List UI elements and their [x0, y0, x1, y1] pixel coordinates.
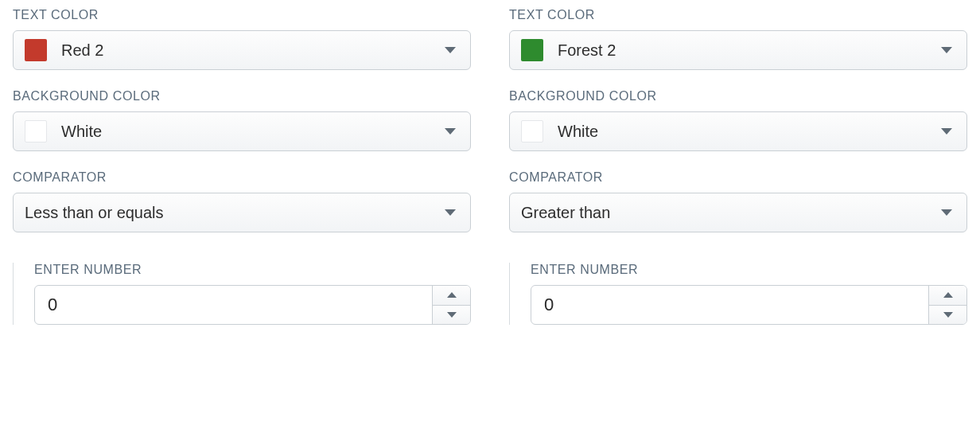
number-input[interactable]: 0	[34, 285, 471, 325]
background-color-select[interactable]: White	[13, 111, 471, 151]
text-color-label: TEXT COLOR	[13, 8, 471, 22]
left-column: TEXT COLOR Red 2 BACKGROUND COLOR White …	[13, 8, 471, 325]
color-swatch-icon	[25, 120, 47, 142]
comparator-field: COMPARATOR Greater than	[509, 170, 967, 232]
background-color-value: White	[61, 123, 445, 141]
background-color-value: White	[558, 123, 941, 141]
number-input[interactable]: 0	[531, 285, 967, 325]
chevron-up-icon	[447, 292, 457, 298]
color-swatch-icon	[521, 120, 543, 142]
background-color-select[interactable]: White	[509, 111, 967, 151]
text-color-select[interactable]: Red 2	[13, 30, 471, 70]
chevron-down-icon	[445, 209, 456, 216]
comparator-label: COMPARATOR	[13, 170, 471, 185]
increment-button[interactable]	[929, 286, 966, 306]
number-field: ENTER NUMBER 0	[509, 263, 967, 325]
chevron-down-icon	[445, 47, 456, 53]
chevron-down-icon	[943, 312, 953, 318]
comparator-value: Greater than	[521, 204, 941, 222]
comparator-select[interactable]: Greater than	[509, 193, 967, 232]
text-color-select[interactable]: Forest 2	[509, 30, 967, 70]
text-color-value: Forest 2	[558, 41, 941, 60]
decrement-button[interactable]	[433, 306, 470, 325]
text-color-field: TEXT COLOR Forest 2	[509, 8, 967, 70]
text-color-value: Red 2	[61, 41, 445, 60]
chevron-down-icon	[445, 128, 456, 135]
number-value[interactable]: 0	[35, 286, 432, 324]
background-color-field: BACKGROUND COLOR White	[13, 89, 471, 151]
text-color-field: TEXT COLOR Red 2	[13, 8, 471, 70]
decrement-button[interactable]	[929, 306, 966, 325]
comparator-field: COMPARATOR Less than or equals	[13, 170, 471, 232]
number-spinner	[928, 286, 966, 324]
number-value[interactable]: 0	[531, 286, 928, 324]
color-swatch-icon	[521, 39, 543, 61]
color-swatch-icon	[25, 39, 47, 61]
increment-button[interactable]	[433, 286, 470, 306]
number-label: ENTER NUMBER	[34, 263, 471, 277]
chevron-down-icon	[941, 47, 952, 53]
chevron-down-icon	[941, 128, 952, 135]
background-color-field: BACKGROUND COLOR White	[509, 89, 967, 151]
background-color-label: BACKGROUND COLOR	[509, 89, 967, 103]
chevron-down-icon	[447, 312, 457, 318]
right-column: TEXT COLOR Forest 2 BACKGROUND COLOR Whi…	[509, 8, 967, 325]
background-color-label: BACKGROUND COLOR	[13, 89, 471, 103]
number-field: ENTER NUMBER 0	[13, 263, 471, 325]
chevron-up-icon	[943, 292, 953, 298]
comparator-value: Less than or equals	[25, 204, 445, 222]
text-color-label: TEXT COLOR	[509, 8, 967, 22]
comparator-select[interactable]: Less than or equals	[13, 193, 471, 232]
chevron-down-icon	[941, 209, 952, 216]
comparator-label: COMPARATOR	[509, 170, 967, 185]
number-spinner	[432, 286, 470, 324]
number-label: ENTER NUMBER	[531, 263, 967, 277]
